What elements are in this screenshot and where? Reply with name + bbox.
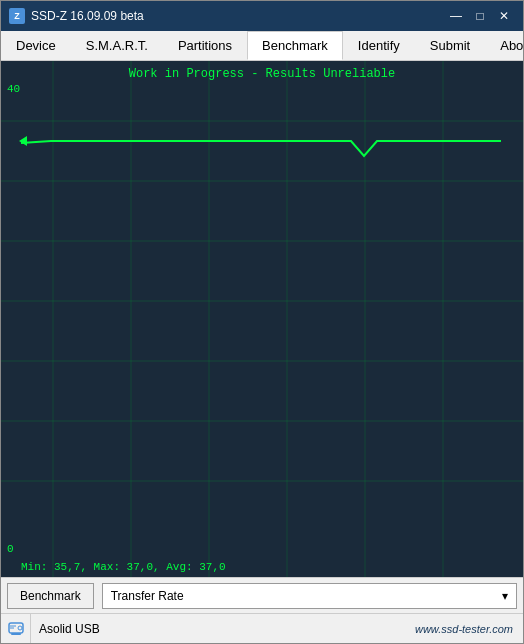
menu-bar: Device S.M.A.R.T. Partitions Benchmark I…	[1, 31, 523, 61]
app-icon: Z	[9, 8, 25, 24]
title-bar-left: Z SSD-Z 16.09.09 beta	[9, 8, 144, 24]
menu-item-submit[interactable]: Submit	[415, 31, 485, 60]
drive-icon	[7, 620, 25, 638]
window-title: SSD-Z 16.09.09 beta	[31, 9, 144, 23]
status-bar: Asolid USB www.ssd-tester.com	[1, 613, 523, 643]
chart-y-max-label: 40	[7, 83, 20, 95]
chart-y-min-label: 0	[7, 543, 14, 555]
svg-rect-18	[11, 633, 21, 635]
svg-marker-13	[19, 136, 27, 146]
main-content: Work in Progress - Results Unreliable 40…	[1, 61, 523, 643]
benchmark-bar: Benchmark Transfer Rate ▾	[1, 577, 523, 613]
menu-item-about[interactable]: About	[485, 31, 524, 60]
transfer-rate-dropdown[interactable]: Transfer Rate ▾	[102, 583, 517, 609]
maximize-button[interactable]: □	[469, 6, 491, 26]
svg-point-15	[18, 626, 22, 630]
chart-warning-label: Work in Progress - Results Unreliable	[1, 67, 523, 81]
status-brand-text: www.ssd-tester.com	[405, 623, 523, 635]
menu-item-identify[interactable]: Identify	[343, 31, 415, 60]
dropdown-arrow-icon: ▾	[502, 589, 508, 603]
minimize-button[interactable]: —	[445, 6, 467, 26]
window-controls: — □ ✕	[445, 6, 515, 26]
menu-item-device[interactable]: Device	[1, 31, 71, 60]
status-device-icon	[1, 614, 31, 644]
status-device-name: Asolid USB	[31, 622, 405, 636]
main-window: Z SSD-Z 16.09.09 beta — □ ✕ Device S.M.A…	[0, 0, 524, 644]
title-bar: Z SSD-Z 16.09.09 beta — □ ✕	[1, 1, 523, 31]
chart-grid	[1, 61, 523, 577]
menu-item-smart[interactable]: S.M.A.R.T.	[71, 31, 163, 60]
menu-item-benchmark[interactable]: Benchmark	[247, 31, 343, 60]
close-button[interactable]: ✕	[493, 6, 515, 26]
benchmark-button[interactable]: Benchmark	[7, 583, 94, 609]
menu-item-partitions[interactable]: Partitions	[163, 31, 247, 60]
chart-area: Work in Progress - Results Unreliable 40…	[1, 61, 523, 577]
chart-stats: Min: 35,7, Max: 37,0, Avg: 37,0	[21, 561, 226, 573]
